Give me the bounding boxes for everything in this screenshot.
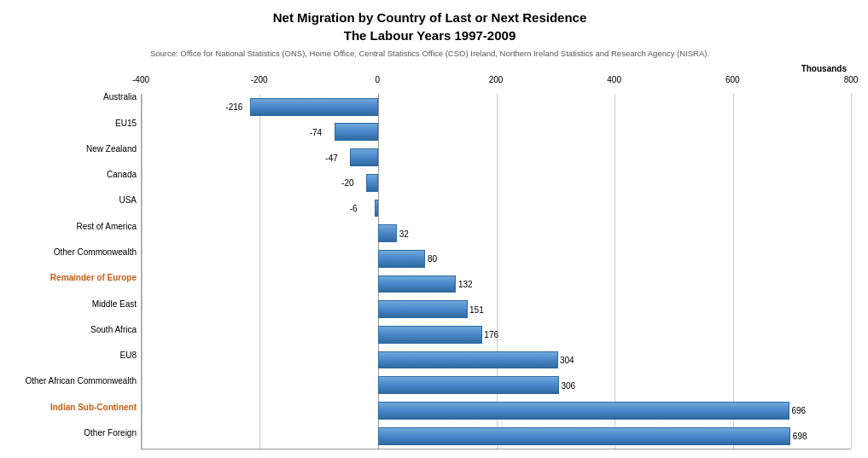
y-label: Other Commonwealth [9, 240, 137, 265]
bar-value-label: 696 [791, 406, 806, 415]
x-tick-label: 400 [607, 75, 621, 84]
bar-value-label: 698 [793, 432, 807, 441]
bar-value-label: 32 [399, 229, 409, 238]
x-tick-label: 0 [376, 75, 381, 84]
y-label: Middle East [9, 291, 137, 316]
x-tick-label: 200 [489, 75, 504, 84]
bar-value-label: -74 [310, 127, 322, 136]
bar [378, 224, 397, 242]
y-label: USA [9, 188, 137, 213]
y-label: Indian Sub-Continent [9, 394, 137, 420]
bar-value-label: 306 [561, 380, 575, 390]
bar-row: 698 [142, 423, 851, 449]
bar-row: 306 [142, 373, 851, 398]
bar-row: -6 [142, 195, 851, 221]
bar [350, 148, 378, 166]
bar [378, 300, 468, 318]
chart-title: Net Migration by Country of Last or Next… [9, 9, 851, 44]
bar-row: -47 [142, 145, 851, 171]
bar-row: 80 [142, 246, 851, 271]
bar [378, 376, 559, 394]
plot-area: Thousands -400-2000200400600800 -216-74-… [141, 64, 851, 449]
bar-row: 132 [142, 271, 851, 297]
x-tick-label: -200 [251, 75, 268, 84]
chart-area: AustraliaEU15New ZealandCanadaUSARest of… [9, 64, 851, 449]
source-text: Source: Office for National Statistics (… [9, 48, 851, 59]
bar [378, 250, 425, 268]
bar [378, 275, 456, 293]
bar [250, 98, 378, 116]
y-label: Other African Commonwealth [9, 368, 137, 394]
x-tick-label: 800 [844, 75, 859, 84]
chart-container: Net Migration by Country of Last or Next… [0, 0, 868, 458]
y-axis-labels: AustraliaEU15New ZealandCanadaUSARest of… [9, 64, 141, 449]
bar-row: -216 [142, 94, 851, 119]
thousands-label: Thousands [141, 64, 851, 73]
y-label: Australia [9, 84, 137, 110]
bar-row: 32 [142, 221, 851, 246]
bar [378, 351, 558, 369]
bar-value-label: 176 [484, 330, 498, 339]
bar-value-label: -6 [350, 203, 358, 212]
bar-value-label: 80 [428, 254, 437, 264]
bar-value-label: -47 [325, 153, 337, 162]
y-label: New Zealand [9, 136, 137, 162]
y-label: South Africa [9, 317, 137, 343]
y-label: Rest of America [9, 214, 137, 240]
bar-value-label: -20 [341, 178, 353, 188]
bar-row: -20 [142, 170, 851, 195]
y-label: Remainder of Europe [9, 265, 137, 291]
bar-value-label: 132 [458, 279, 473, 288]
x-axis-labels: -400-2000200400600800 [141, 75, 851, 92]
bar [375, 200, 378, 217]
bars-and-grid: -216-74-47-20-63280132151176304306696698 [141, 94, 851, 449]
bar-row: -74 [142, 119, 851, 145]
bar [378, 402, 789, 420]
bar [378, 326, 482, 344]
y-label: Other Foreign [9, 420, 137, 446]
bar [335, 123, 378, 141]
bar-row: 176 [142, 322, 851, 348]
y-label: EU8 [9, 343, 137, 368]
grid-line [851, 94, 852, 449]
bar [366, 174, 378, 192]
y-label: Canada [9, 162, 137, 188]
bar-value-label: 304 [560, 356, 574, 365]
bar-value-label: 151 [469, 304, 484, 314]
bar-value-label: -216 [225, 102, 242, 112]
y-label: EU15 [9, 111, 137, 136]
bar-row: 696 [142, 398, 851, 424]
bar-row: 304 [142, 347, 851, 373]
bar-row: 151 [142, 297, 851, 322]
x-tick-label: 600 [725, 75, 740, 84]
bar [378, 427, 790, 445]
x-tick-label: -400 [132, 75, 149, 84]
